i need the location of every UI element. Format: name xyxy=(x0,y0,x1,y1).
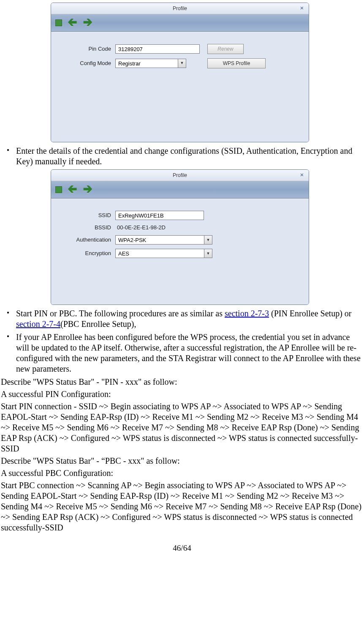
enc-value[interactable] xyxy=(115,249,204,258)
close-icon[interactable]: × xyxy=(299,171,305,178)
bullet2-c: (PBC Enrollee Setup), xyxy=(60,319,136,329)
chevron-down-icon[interactable]: ▼ xyxy=(204,249,212,258)
enc-label: Encryption xyxy=(56,250,115,257)
auth-label: Authentication xyxy=(56,237,115,243)
bullet-text-2: Start PIN or PBC. The following procedur… xyxy=(1,308,363,329)
dialog1-form: Pin Code Renew Config Mode ▼ WPS Profile xyxy=(51,32,309,142)
bullet2-a: Start PIN or PBC. The following procedur… xyxy=(16,309,225,318)
pin-code-input[interactable] xyxy=(115,44,200,54)
dialog2-title: Profile xyxy=(173,172,187,179)
auth-dropdown[interactable]: ▼ xyxy=(115,235,212,245)
config-mode-value[interactable] xyxy=(115,59,178,68)
bssid-label: BSSID xyxy=(56,224,115,231)
chevron-down-icon[interactable]: ▼ xyxy=(178,59,186,68)
enc-dropdown[interactable]: ▼ xyxy=(115,249,212,258)
dialog1-toolbar: 🡰 🡲 xyxy=(51,14,309,32)
dialog1-titlebar: Profile × xyxy=(51,3,309,14)
link-section-2-7-3[interactable]: section 2-7-3 xyxy=(225,309,269,318)
config-mode-label: Config Mode xyxy=(56,60,115,67)
para-3: Start PIN connection - SSID ~> Begin ass… xyxy=(0,401,364,454)
bullet-text-3: If your AP Enrollee has been configured … xyxy=(1,332,363,374)
bssid-value: 00-0E-2E-E1-98-2D xyxy=(115,224,166,231)
ssid-label: SSID xyxy=(56,212,115,219)
profile-dialog-1: Profile × 🡰 🡲 Pin Code Renew Config Mode xyxy=(51,3,364,142)
page-number: 46/64 xyxy=(0,543,364,553)
close-icon[interactable]: × xyxy=(299,5,305,11)
dialog2-toolbar: 🡰 🡲 xyxy=(51,181,309,198)
auth-value[interactable] xyxy=(115,235,204,245)
ssid-input[interactable] xyxy=(115,211,204,220)
stop-icon[interactable] xyxy=(55,186,62,193)
back-arrow-icon[interactable]: 🡰 xyxy=(68,17,77,29)
link-section-2-7-4[interactable]: section 2-7-4 xyxy=(16,319,60,329)
forward-arrow-icon[interactable]: 🡲 xyxy=(83,184,92,196)
stop-icon[interactable] xyxy=(55,19,62,26)
forward-arrow-icon[interactable]: 🡲 xyxy=(83,17,92,29)
dialog2-titlebar: Profile × xyxy=(51,170,309,181)
wps-profile-button[interactable]: WPS Profile xyxy=(207,58,266,68)
pin-code-label: Pin Code xyxy=(56,46,115,52)
config-mode-dropdown[interactable]: ▼ xyxy=(115,59,186,68)
dialog1-title: Profile xyxy=(173,5,187,12)
para-4: Describe "WPS Status Bar" - “PBC - xxx" … xyxy=(0,456,364,466)
para-2: A successful PIN Configuration: xyxy=(0,389,364,400)
para-6: Start PBC connection ~> Scanning AP ~> B… xyxy=(0,480,364,533)
para-5: A successful PBC Configuration: xyxy=(0,468,364,478)
bullet-text-1: Enter the details of the credential and … xyxy=(1,146,363,167)
profile-dialog-2: Profile × 🡰 🡲 SSID BSSID 00-0E-2E-E1-98-… xyxy=(51,169,364,305)
para-1: Describe "WPS Status Bar" - "PIN - xxx" … xyxy=(0,377,364,387)
back-arrow-icon[interactable]: 🡰 xyxy=(68,184,77,196)
bullet2-b: (PIN Enrollee Setup) or xyxy=(269,309,352,318)
chevron-down-icon[interactable]: ▼ xyxy=(204,235,212,245)
dialog2-form: SSID BSSID 00-0E-2E-E1-98-2D Authenticat… xyxy=(51,198,309,304)
renew-button[interactable]: Renew xyxy=(207,44,244,54)
